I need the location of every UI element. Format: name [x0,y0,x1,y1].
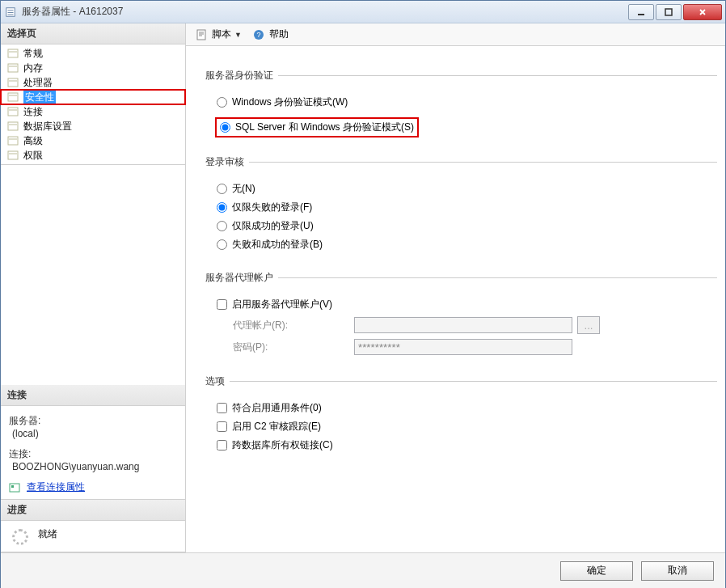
options-legend: 选项 [205,374,230,388]
window-controls [627,4,722,20]
svg-rect-2 [8,12,14,13]
svg-rect-8 [8,78,18,87]
page-icon [7,106,20,117]
proxy-account-input[interactable] [354,317,572,333]
auth-windows-row[interactable]: Windows 身份验证模式(W) [217,95,717,109]
svg-rect-3 [8,14,14,15]
opt-c2-row[interactable]: 启用 C2 审核跟踪(E) [217,420,717,434]
server-auth-legend: 服务器身份验证 [205,69,278,82]
auth-mixed-label: SQL Server 和 Windows 身份验证模式(S) [235,121,414,134]
audit-both-row[interactable]: 失败和成功的登录(B) [217,238,717,252]
sidebar-spacer [1,165,185,385]
dialog-footer: 确定 取消 [1,552,725,588]
script-button[interactable]: 脚本 ▼ [192,26,245,43]
ok-button[interactable]: 确定 [560,561,633,581]
audit-both-radio[interactable] [217,239,227,250]
dialog-window: 服务器属性 - A1612037 选择页 常规 内存 处理器 安全性 连接 数据… [0,0,726,588]
cancel-button[interactable]: 取消 [641,561,714,581]
spinner-icon [12,529,28,545]
sidebar-item-security[interactable]: 安全性 [1,90,185,104]
page-icon [7,135,20,146]
auth-mixed-radio[interactable] [220,122,230,133]
svg-rect-15 [11,485,14,488]
progress-section: 进度 就绪 [1,500,185,552]
audit-failed-label: 仅限失败的登录(F) [232,201,312,214]
opt-cross-db-row[interactable]: 跨数据库所有权链接(C) [217,438,717,452]
close-button[interactable] [683,4,722,20]
progress-status: 就绪 [38,527,57,541]
auth-mixed-row[interactable]: SQL Server 和 Windows 身份验证模式(S) [217,119,417,136]
audit-success-radio[interactable] [217,221,227,231]
page-icon [7,48,20,59]
sidebar-item-db-settings[interactable]: 数据库设置 [1,119,185,133]
app-icon [4,6,17,19]
audit-none-label: 无(N) [232,182,255,196]
svg-rect-12 [8,137,18,145]
page-icon [7,121,20,132]
proxy-password-label: 密码(P): [217,341,354,354]
toolbar: 脚本 ▼ ? 帮助 [186,23,725,46]
proxy-password-input[interactable] [354,339,572,355]
options-group: 选项 符合启用通用条件(0) 启用 C2 审核跟踪(E) 跨数据库所有权链接(C… [205,374,717,457]
proxy-enable-row[interactable]: 启用服务器代理帐户(V) [217,298,717,311]
proxy-enable-label: 启用服务器代理帐户(V) [232,298,332,311]
auth-windows-radio[interactable] [217,97,227,108]
audit-success-row[interactable]: 仅限成功的登录(U) [217,219,717,233]
main-body: 服务器身份验证 Windows 身份验证模式(W) SQL Server 和 W… [186,46,725,552]
audit-failed-row[interactable]: 仅限失败的登录(F) [217,201,717,214]
help-icon: ? [253,29,266,40]
connection-header: 连接 [1,385,185,406]
select-page-section: 选择页 常规 内存 处理器 安全性 连接 数据库设置 高级 权限 [1,23,185,165]
proxy-browse-button[interactable]: ... [577,316,600,334]
conn-value: BOOZHONG\yuanyuan.wang [12,461,139,472]
sidebar-item-advanced[interactable]: 高级 [1,133,185,148]
page-tree: 常规 内存 处理器 安全性 连接 数据库设置 高级 权限 [1,44,185,164]
view-connection-properties-link[interactable]: 查看连接属性 [9,480,177,494]
sidebar-item-memory[interactable]: 内存 [1,61,185,75]
proxy-account-group: 服务器代理帐户 启用服务器代理帐户(V) 代理帐户(R): ... 密码(P): [205,271,717,360]
proxy-password-row: 密码(P): [217,339,717,355]
opt-c2-checkbox[interactable] [217,421,227,432]
opt-cross-db-checkbox[interactable] [217,440,227,451]
opt-c2-label: 启用 C2 审核跟踪(E) [232,420,321,434]
main-panel: 脚本 ▼ ? 帮助 服务器身份验证 Windows 身份验证模式(W) [186,23,725,552]
proxy-enable-checkbox[interactable] [217,299,227,310]
proxy-account-legend: 服务器代理帐户 [205,271,278,285]
opt-common-criteria-checkbox[interactable] [217,403,227,413]
sidebar-item-permissions[interactable]: 权限 [1,148,185,163]
audit-both-label: 失败和成功的登录(B) [232,238,323,252]
page-icon [7,150,20,161]
sidebar-item-general[interactable]: 常规 [1,46,185,61]
svg-rect-1 [8,10,14,11]
svg-rect-16 [197,30,205,40]
audit-none-radio[interactable] [217,184,227,194]
svg-rect-11 [8,122,18,130]
sidebar-item-connections[interactable]: 连接 [1,104,185,119]
content-area: 选择页 常规 内存 处理器 安全性 连接 数据库设置 高级 权限 连接 服务器:… [1,23,725,552]
connection-section: 连接 服务器:(local) 连接:BOOZHONG\yuanyuan.wang… [1,385,185,500]
titlebar[interactable]: 服务器属性 - A1612037 [1,1,725,23]
audit-failed-radio[interactable] [217,202,227,213]
proxy-account-row: 代理帐户(R): ... [217,316,717,334]
opt-common-criteria-label: 符合启用通用条件(0) [232,401,322,415]
minimize-button[interactable] [628,4,654,20]
audit-success-label: 仅限成功的登录(U) [232,219,314,233]
connection-body: 服务器:(local) 连接:BOOZHONG\yuanyuan.wang 查看… [1,406,185,499]
login-audit-legend: 登录审核 [205,155,249,169]
svg-rect-5 [665,9,672,15]
window-title: 服务器属性 - A1612037 [22,5,627,19]
help-button[interactable]: ? 帮助 [250,26,292,43]
progress-body: 就绪 [1,521,185,552]
server-value: (local) [12,428,39,439]
maximize-button[interactable] [656,4,682,20]
dropdown-arrow-icon: ▼ [234,31,242,39]
server-label: 服务器: [9,415,40,426]
svg-rect-7 [8,64,18,72]
auth-windows-label: Windows 身份验证模式(W) [232,95,348,109]
svg-text:?: ? [256,31,260,39]
audit-none-row[interactable]: 无(N) [217,182,717,196]
help-label: 帮助 [269,27,289,41]
opt-common-criteria-row[interactable]: 符合启用通用条件(0) [217,401,717,415]
view-connection-properties-label: 查看连接属性 [27,480,85,494]
sidebar-item-processors[interactable]: 处理器 [1,75,185,90]
